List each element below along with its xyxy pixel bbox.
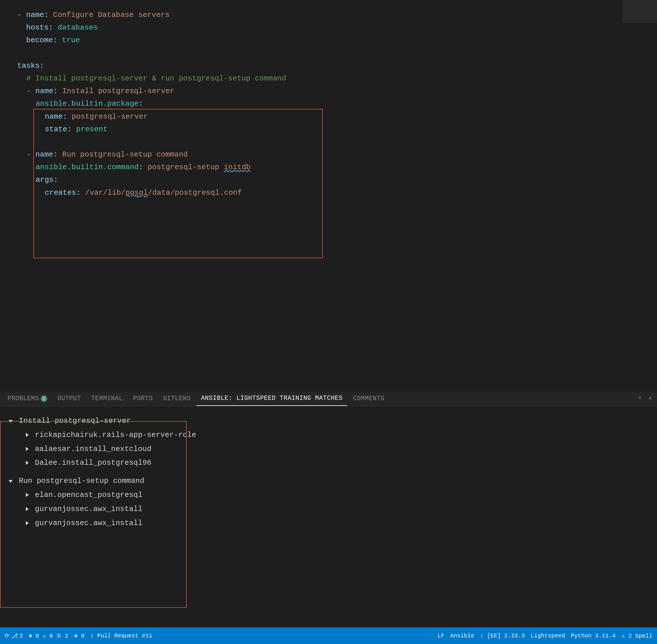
key: name [26, 10, 44, 19]
status-ee-version[interactable]: ↕ [EE] 2.15.3 [480, 632, 525, 639]
code-line-2: hosts: databases [17, 21, 640, 34]
child-arrow-2-2 [26, 507, 29, 511]
tree-child-1-1[interactable]: rickapichairuk.rails-app-server-role [8, 428, 649, 442]
editor-area: - name: Configure Database servers hosts… [0, 0, 657, 373]
code-line-1: - name: Configure Database servers [17, 8, 640, 21]
tree-child-2-1[interactable]: elan.opencast_postgresql [8, 488, 649, 502]
tab-ansible-lightspeed[interactable]: ANSIBLE: LIGHTSPEED TRAINING MATCHES [196, 391, 347, 406]
tree-group-2: Run postgresql-setup command [8, 474, 649, 488]
code-line-14: args: [17, 174, 640, 186]
code-line-6: # Install postgresql-server & run postgr… [17, 72, 640, 85]
tab-output[interactable]: OUTPUT [53, 391, 86, 406]
panel-area: PROBLEMS 2 OUTPUT TERMINAL PORTS GITLENS… [0, 391, 657, 627]
child-arrow-1-2 [26, 447, 29, 451]
code-line-8: ansible.builtin.package: [17, 97, 640, 110]
lightspeed-panel: Install postgresql-server rickapichairuk… [0, 406, 657, 627]
status-encoding[interactable]: LF [438, 632, 445, 639]
child-arrow-1-3 [26, 461, 29, 465]
status-ports[interactable]: ⊕ 0 [74, 632, 85, 639]
tree-group-2-label: Run postgresql-setup command [19, 477, 144, 485]
child-arrow-2-3 [26, 521, 29, 525]
code-line-7: - name: Install postgresql-server [17, 85, 640, 97]
tree-child-2-2[interactable]: gurvanjossec.awx_install [8, 502, 649, 516]
code-line-11 [17, 136, 640, 148]
tab-problems[interactable]: PROBLEMS 2 [3, 391, 52, 406]
code-line-13: ansible.builtin.command: postgresql-setu… [17, 161, 640, 174]
status-lightspeed[interactable]: Lightspeed [531, 632, 565, 639]
panel-content: Install postgresql-server rickapichairuk… [0, 406, 657, 627]
tab-comments[interactable]: COMMENTS [348, 391, 389, 406]
status-errors[interactable]: ⊗ 0 ⚠ 0 ① 2 [29, 632, 68, 639]
tab-terminal[interactable]: TERMINAL [87, 391, 127, 406]
collapse-panel-button[interactable]: ^ [636, 394, 644, 403]
code-line-12: - name: Run postgresql-setup command [17, 148, 640, 161]
tab-gitlens[interactable]: GITLENS [159, 391, 195, 406]
status-language[interactable]: Ansible [450, 632, 474, 639]
status-bar: ⟳ ⎇ 2 ⊗ 0 ⚠ 0 ① 2 ⊕ 0 ↕ Pull Request #11… [0, 627, 657, 644]
code-content: - name: Configure Database servers hosts… [0, 6, 657, 202]
dash: - [17, 10, 26, 19]
tree-child-1-2[interactable]: aalaesar.install_nextcloud [8, 442, 649, 456]
panel-controls: ^ × [636, 394, 654, 403]
tree-child-1-3[interactable]: Dalee.install_postgresql96 [8, 456, 649, 470]
status-pull-request[interactable]: ↕ Pull Request #11 [90, 632, 152, 639]
child-arrow-1-1 [26, 433, 29, 437]
child-arrow-2-1 [26, 493, 29, 497]
collapse-arrow-2[interactable] [8, 480, 13, 483]
status-spell[interactable]: ⚠ 2 Spell [621, 632, 652, 639]
code-line-15: creates: /var/lib/pgsql/data/postgresql.… [17, 186, 640, 199]
code-line-5: tasks: [17, 60, 640, 72]
value: Configure Database servers [53, 10, 170, 19]
code-line-3: become: true [17, 34, 640, 47]
collapse-arrow-1[interactable] [8, 420, 13, 423]
code-line-9: name: postgresql-server [17, 110, 640, 123]
status-python[interactable]: Python 3.11.4 [571, 632, 616, 639]
tree-child-2-3[interactable]: gurvanjossec.awx_install [8, 516, 649, 530]
status-sync[interactable]: ⟳ ⎇ 2 [5, 632, 23, 639]
problems-badge: 2 [41, 395, 47, 402]
tab-bar: PROBLEMS 2 OUTPUT TERMINAL PORTS GITLENS… [0, 391, 657, 406]
minimap [623, 0, 657, 23]
tree-group-1: Install postgresql-server [8, 414, 649, 428]
tree-group-1-label: Install postgresql-server [19, 416, 131, 425]
code-line-4 [17, 47, 640, 60]
close-panel-button[interactable]: × [646, 394, 654, 403]
tab-ports[interactable]: PORTS [128, 391, 157, 406]
code-line-10: state: present [17, 123, 640, 136]
